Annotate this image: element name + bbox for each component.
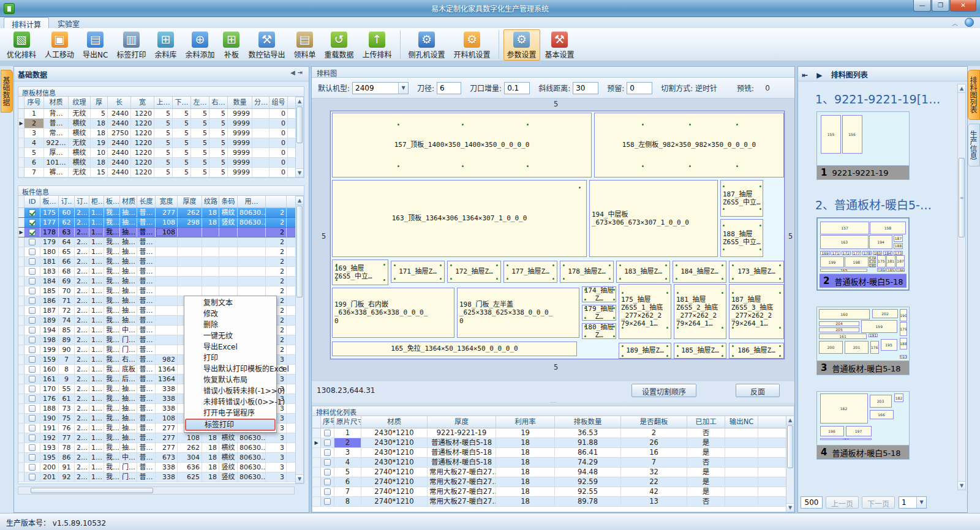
table-row[interactable]: 179642…1…我…抽…普…2 <box>18 237 304 247</box>
layout-piece[interactable]: 183_抽屉Z… <box>616 261 670 283</box>
ribbon-collapse-icon[interactable]: ︿ <box>952 18 958 28</box>
column-header[interactable]: ID <box>24 196 40 207</box>
context-menu-item[interactable]: 删除 <box>185 319 276 330</box>
collapse-left-icon[interactable]: ◀ <box>290 69 298 76</box>
layout-piece[interactable]: 171_抽屉Z… <box>391 261 445 283</box>
flip-side-button[interactable]: 反面 <box>736 384 780 397</box>
toolbar-cnc-drill-export[interactable]: ⚒数控钻导出 <box>244 29 288 61</box>
table-row[interactable]: 195862…1…我…中…普…67330418横纹80630…3 <box>18 453 304 463</box>
table-row[interactable]: 177622…1…我…抽…普…10829818竖纹80630…2 <box>18 218 304 228</box>
table-row[interactable]: 3常…横纹1827501220555599990 <box>18 129 304 138</box>
row-checkbox[interactable] <box>29 415 36 422</box>
layout-piece[interactable]: 194_中层板 _673×306_673×307_1_0_0_0 <box>589 180 718 257</box>
column-header[interactable]: 组号 <box>270 97 288 108</box>
machine-select[interactable]: ▼ <box>352 82 409 94</box>
part-table-scrollbar[interactable]: ▲▼ <box>295 196 304 483</box>
context-menu-item[interactable]: 复制文本 <box>185 297 276 308</box>
close-button[interactable]: ✕ <box>950 0 976 12</box>
layout-piece[interactable]: 177_抽屉Z… <box>503 261 557 283</box>
table-row[interactable]: 180652…1…我…抽…普…2 <box>18 247 304 257</box>
layout-piece[interactable]: 178_抽屉Z… <box>560 261 614 283</box>
layout-piece[interactable]: 199_门板_右内嵌 _636×338_636×338_0_0_0_ 0 <box>332 288 454 338</box>
context-menu-item[interactable]: 错误小板转未排(-1>>0) <box>185 386 276 397</box>
next-page-button[interactable]: 下一页 <box>862 496 895 509</box>
column-header[interactable]: 已加工 <box>687 416 725 428</box>
undock-icon[interactable]: ⇤ <box>802 71 808 80</box>
row-checkbox[interactable] <box>29 346 36 353</box>
column-header[interactable] <box>758 416 786 428</box>
column-header[interactable]: 长 <box>108 97 131 108</box>
thumbnail-caption[interactable]: 4普通板材-暖白5-18 <box>817 446 909 459</box>
row-checkbox[interactable] <box>324 430 331 436</box>
row-checkbox[interactable] <box>324 469 331 476</box>
optimize-table-scrollbar[interactable]: ▲▼ <box>786 416 794 512</box>
tab-lab[interactable]: 实验室 <box>50 17 87 28</box>
sheet-table-scrollbar[interactable]: ▲▼ <box>295 97 304 177</box>
context-menu-item[interactable]: 打开电子锯程序 <box>185 408 276 419</box>
layout-piece[interactable]: 175_抽屉 Z6S5_1_抽底 _277×262_2 79×264_1… <box>619 284 671 339</box>
column-header[interactable]: 厚 <box>91 97 108 108</box>
restore-button[interactable]: ❐ <box>932 0 949 12</box>
layout-piece[interactable]: 179_抽屉Z… <box>582 305 616 321</box>
row-checkbox[interactable] <box>29 258 36 265</box>
column-header[interactable]: 利用率 <box>496 416 555 428</box>
thumbnail-caption[interactable]: 2普通板材-暖白5-18 <box>820 274 907 288</box>
layout-piece[interactable]: 186_抽屉Z… <box>729 343 784 359</box>
column-header[interactable]: 厚度 <box>178 196 202 207</box>
table-row[interactable]: 4922…无纹1924401220555599990 <box>18 138 304 148</box>
column-header[interactable] <box>266 196 287 207</box>
layout-piece[interactable]: 187_抽屉 Z6S5_3_抽底 _277×262_2 79×264_1… <box>729 284 784 339</box>
layout-piece[interactable]: 158_左侧板_982×350_982×350_0_0_0_0 <box>594 113 784 177</box>
table-row[interactable]: ▶2普…横纹1824401220555599990 <box>18 119 304 129</box>
layout-piece[interactable]: 198_门板_左半盖 _625×338_625×338_0_0_0_ 0 <box>457 288 579 338</box>
column-header[interactable]: 板… <box>40 196 59 207</box>
context-menu-item[interactable]: 导出默认打印模板的Excel <box>185 364 276 375</box>
row-checkbox[interactable] <box>324 498 331 505</box>
table-row[interactable]: 12430*12109221-9221-191936.532否 <box>312 428 786 438</box>
help-orb-icon[interactable] <box>965 18 974 27</box>
part-table-hscrollbar[interactable] <box>18 487 295 495</box>
column-header[interactable]: 右… <box>209 97 228 108</box>
context-menu-item[interactable]: 修改 <box>185 308 276 319</box>
row-checkbox[interactable] <box>29 435 36 441</box>
layout-piece[interactable]: 169_抽屉 Z6S5_中立… <box>332 259 388 285</box>
column-header[interactable]: 厚度 <box>428 416 496 428</box>
left-tab-base-data[interactable]: 基础数据 <box>1 70 13 113</box>
right-tab-layout-list[interactable]: 排料图列表 <box>968 70 980 120</box>
column-header[interactable]: 排板数量 <box>555 416 621 428</box>
column-header[interactable]: 宽 <box>131 97 154 108</box>
column-header[interactable]: 原片尺寸 <box>334 416 361 428</box>
column-header[interactable]: 纹理 <box>69 97 91 108</box>
layout-piece[interactable]: 165_免拉_1364×50_1364×50_0_0_0_0 <box>332 342 577 356</box>
row-checkbox[interactable] <box>29 209 36 216</box>
toolbar-reload-data[interactable]: ↺重载数据 <box>320 29 357 61</box>
table-row[interactable]: 184692…1…我…抽…普…2 <box>18 277 304 286</box>
toolbar-manual-move[interactable]: ▣人工移动 <box>41 29 78 61</box>
table-row[interactable]: 175602…1…我…抽…普…27726218横纹80630…2 <box>18 208 304 218</box>
row-checkbox[interactable] <box>29 474 36 480</box>
column-header[interactable]: 材质 <box>361 416 428 428</box>
layout-thumbnail-card[interactable]: 1571581631941871881691711721771781831841… <box>816 217 910 291</box>
table-row[interactable]: ▶22430*1210普通板材-暖白5-181891.8826是 <box>312 438 786 448</box>
row-checkbox[interactable] <box>29 464 36 471</box>
layout-thumbnail[interactable]: 1602021902042051591791611912002011761951… <box>817 307 909 361</box>
table-row[interactable]: 42430*1210普通板材-暖白5-181874.297否 <box>312 458 786 468</box>
column-header[interactable]: 宽度 <box>156 196 178 207</box>
layout-piece[interactable]: 157_顶板_1400×350_1400×350_0_0_0_0 <box>332 113 592 177</box>
row-checkbox[interactable] <box>29 307 36 314</box>
row-checkbox[interactable] <box>29 454 36 461</box>
row-checkbox[interactable] <box>29 248 36 255</box>
layout-thumbnail[interactable]: 162203182166196197164 <box>817 392 909 446</box>
column-header[interactable]: 板… <box>104 196 120 207</box>
layout-thumbnail[interactable]: 1571581631941871881691711721771781831841… <box>820 220 907 274</box>
row-checkbox[interactable] <box>324 439 331 446</box>
knife-input[interactable] <box>437 82 461 94</box>
layout-piece[interactable]: 173_抽屉Z… <box>729 261 784 283</box>
column-header[interactable]: 条码 <box>219 196 238 207</box>
toolbar-optimize-layout[interactable]: ▧优化排料 <box>3 29 40 61</box>
column-header[interactable]: 订.. <box>75 196 89 207</box>
chevron-down-icon[interactable]: ▼ <box>398 83 408 94</box>
table-row[interactable]: 32430*1210普通板材-暖白5-181886.4116是 <box>312 448 786 458</box>
layout-thumbnail-card[interactable]: 1602021902042051591791611912002011761951… <box>816 307 910 375</box>
table-row[interactable]: 62740*1210常用大板27-暖白27…1892.5922是 <box>312 477 786 487</box>
